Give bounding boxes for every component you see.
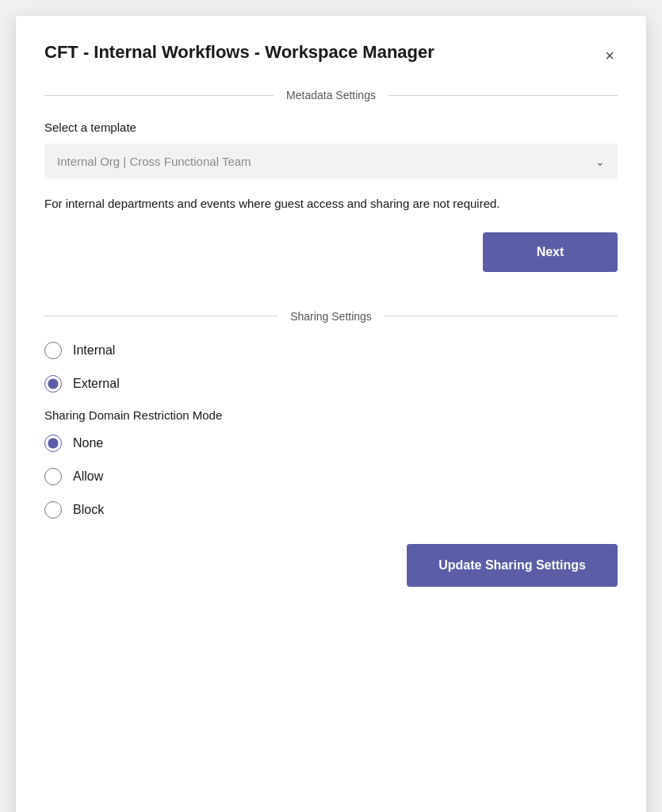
metadata-description: For internal departments and events wher… [44, 195, 618, 213]
sharing-section: Internal External Sharing Domain Restric… [44, 342, 618, 587]
sharing-section-divider: Sharing Settings [44, 310, 618, 323]
modal-title: CFT - Internal Workflows - Workspace Man… [44, 41, 434, 64]
restriction-mode-label: Sharing Domain Restriction Mode [44, 408, 618, 422]
update-button-row: Update Sharing Settings [44, 544, 618, 587]
radio-item-external[interactable]: External [44, 375, 618, 393]
radio-item-block[interactable]: Block [44, 501, 618, 519]
template-label: Select a template [44, 121, 618, 134]
modal-container: CFT - Internal Workflows - Workspace Man… [16, 16, 646, 812]
modal-header: CFT - Internal Workflows - Workspace Man… [44, 41, 618, 67]
template-select-wrapper: Internal Org | Cross Functional Team ⌄ [44, 144, 618, 179]
radio-external-label: External [73, 377, 120, 391]
divider-line-right [388, 95, 618, 96]
next-button-row: Next [44, 232, 618, 272]
radio-none-label: None [73, 436, 103, 450]
close-button[interactable]: × [602, 44, 618, 67]
radio-item-allow[interactable]: Allow [44, 468, 618, 485]
radio-allow-label: Allow [73, 469, 103, 484]
sharing-divider-line-left [44, 316, 277, 316]
radio-none[interactable] [44, 435, 62, 452]
restriction-mode-group: None Allow Block [44, 435, 618, 519]
metadata-section-divider: Metadata Settings [44, 89, 618, 102]
next-button[interactable]: Next [483, 232, 618, 272]
divider-line-left [44, 95, 274, 96]
template-select[interactable]: Internal Org | Cross Functional Team [44, 144, 618, 179]
radio-block[interactable] [44, 501, 62, 519]
radio-internal-label: Internal [73, 343, 115, 358]
sharing-divider-line-right [385, 316, 618, 316]
radio-external[interactable] [44, 375, 62, 393]
radio-allow[interactable] [44, 468, 62, 485]
sharing-type-group: Internal External [44, 342, 618, 393]
radio-item-internal[interactable]: Internal [44, 342, 618, 359]
sharing-section-label: Sharing Settings [277, 310, 385, 323]
update-sharing-settings-button[interactable]: Update Sharing Settings [407, 544, 618, 587]
radio-block-label: Block [73, 503, 104, 517]
radio-internal[interactable] [44, 342, 62, 359]
radio-item-none[interactable]: None [44, 435, 618, 452]
metadata-section-label: Metadata Settings [274, 89, 388, 102]
